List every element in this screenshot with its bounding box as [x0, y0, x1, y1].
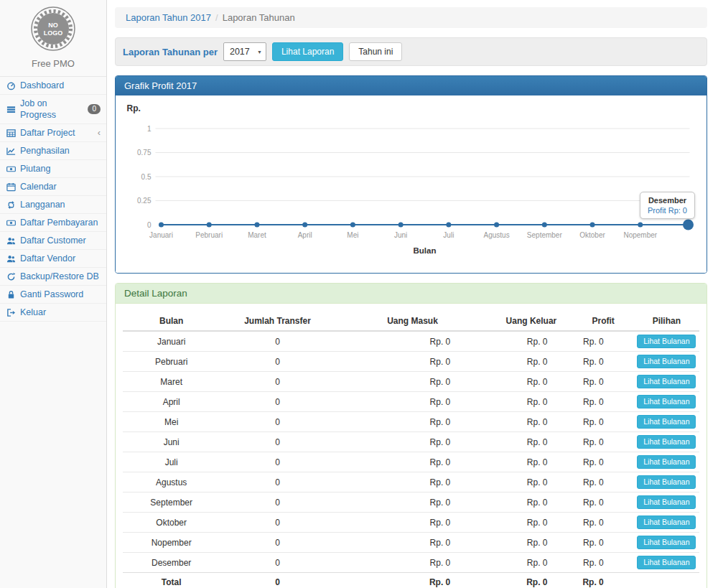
x-axis-tick-label: Mei: [347, 231, 358, 239]
cell-profit: Rp. 0: [573, 372, 634, 392]
lihat-bulanan-button-maret[interactable]: Lihat Bulanan: [637, 375, 696, 388]
lihat-bulanan-button-agustus[interactable]: Lihat Bulanan: [637, 475, 696, 489]
cell-bulan: Juli: [123, 452, 220, 472]
cell-pilihan: Lihat Bulanan: [634, 331, 699, 352]
chart-point-nopember[interactable]: [638, 223, 643, 228]
sidebar-item-label: Penghasilan: [20, 145, 70, 157]
cell-profit: Rp. 0: [573, 472, 634, 493]
total-uang-keluar: Rp. 0: [490, 573, 572, 588]
chart-tooltip: Desember Profit Rp: 0: [640, 192, 695, 219]
tahun-ini-button[interactable]: Tahun ini: [349, 42, 402, 61]
tooltip-month: Desember: [648, 196, 687, 205]
cell-jumlah-transfer: 0: [220, 372, 335, 392]
lock-icon: [6, 290, 16, 299]
table-row-januari: Januari0Rp. 0Rp. 0Rp. 0Lihat Bulanan: [123, 331, 699, 352]
cell-bulan: Januari: [123, 331, 220, 352]
chart-point-agustus[interactable]: [494, 223, 499, 228]
lihat-bulanan-button-pebruari[interactable]: Lihat Bulanan: [637, 355, 696, 368]
table-row-juni: Juni0Rp. 0Rp. 0Rp. 0Lihat Bulanan: [123, 432, 699, 452]
chart-point-januari[interactable]: [159, 223, 164, 228]
brand-block: NO LOGO Free PMO: [0, 0, 106, 77]
lihat-bulanan-button-september[interactable]: Lihat Bulanan: [637, 495, 696, 509]
chart-point-april[interactable]: [302, 223, 307, 228]
cell-jumlah-transfer: 0: [220, 452, 335, 472]
cell-uang-masuk: Rp. 0: [335, 331, 490, 352]
lihat-bulanan-button-mei[interactable]: Lihat Bulanan: [637, 415, 696, 429]
retweet-icon: [6, 200, 16, 210]
sidebar-item-label: Daftar Customer: [20, 235, 86, 246]
cell-bulan: Oktober: [123, 513, 220, 533]
cell-pilihan: Lihat Bulanan: [634, 392, 699, 412]
detail-panel-title: Detail Laporan: [116, 284, 707, 304]
chart-point-maret[interactable]: [254, 223, 259, 228]
cell-uang-keluar: Rp. 0: [490, 553, 572, 573]
brand-name: Free PMO: [0, 58, 106, 69]
cell-pilihan: Lihat Bulanan: [634, 372, 699, 392]
table-icon: [6, 129, 16, 138]
chevron-left-icon: ‹: [98, 129, 101, 137]
cell-bulan: Agustus: [123, 472, 220, 493]
x-axis-tick-label: Maret: [248, 231, 266, 239]
lihat-bulanan-button-januari[interactable]: Lihat Bulanan: [637, 335, 696, 348]
col-header-uang-keluar: Uang Keluar: [490, 312, 572, 331]
sidebar-item-label: Daftar Vendor: [20, 253, 75, 264]
cell-jumlah-transfer: 0: [220, 432, 335, 452]
sidebar-item-job-on-progress[interactable]: Job on Progress0: [0, 95, 106, 124]
sidebar-item-piutang[interactable]: Piutang: [0, 160, 106, 178]
cell-jumlah-transfer: 0: [220, 513, 335, 533]
table-row-juli: Juli0Rp. 0Rp. 0Rp. 0Lihat Bulanan: [123, 452, 699, 472]
cell-jumlah-transfer: 0: [220, 331, 335, 352]
cell-uang-masuk: Rp. 0: [335, 352, 490, 372]
chart-point-mei[interactable]: [350, 223, 355, 228]
sidebar-item-daftar-customer[interactable]: Daftar Customer: [0, 232, 106, 250]
cell-uang-masuk: Rp. 0: [335, 372, 490, 392]
sidebar-item-keluar[interactable]: Keluar: [0, 304, 106, 322]
total-jumlah-transfer: 0: [220, 573, 335, 588]
cell-uang-masuk: Rp. 0: [335, 472, 490, 493]
cell-pilihan: Lihat Bulanan: [634, 513, 699, 533]
lihat-bulanan-button-desember[interactable]: Lihat Bulanan: [637, 556, 696, 569]
chart-point-juni[interactable]: [398, 223, 404, 228]
breadcrumb-link-laporan-tahun[interactable]: Laporan Tahun 2017: [126, 12, 211, 23]
x-axis-tick-label: Juli: [443, 231, 454, 239]
cell-profit: Rp. 0: [573, 493, 634, 513]
col-header-uang-masuk: Uang Masuk: [335, 312, 490, 331]
sidebar-item-penghasilan[interactable]: Penghasilan: [0, 142, 106, 160]
job-count-badge: 0: [88, 104, 101, 114]
sidebar-item-ganti-password[interactable]: Ganti Password: [0, 286, 106, 304]
chart-point-oktober[interactable]: [590, 223, 595, 228]
col-header-bulan: Bulan: [123, 312, 220, 331]
chart-point-desember[interactable]: [683, 220, 694, 230]
chart-point-pebruari[interactable]: [207, 223, 212, 228]
sidebar-item-dashboard[interactable]: Dashboard: [0, 77, 106, 95]
sidebar-item-label: Keluar: [20, 307, 46, 318]
chart-point-september[interactable]: [542, 223, 547, 228]
cell-bulan: Mei: [123, 412, 220, 432]
sidebar-nav: DashboardJob on Progress0Daftar Project‹…: [0, 77, 106, 322]
cell-profit: Rp. 0: [573, 412, 634, 432]
cell-uang-keluar: Rp. 0: [490, 352, 572, 372]
sidebar: NO LOGO Free PMO DashboardJob on Progres…: [0, 0, 107, 588]
chart-point-juli[interactable]: [446, 223, 451, 228]
y-axis-tick-label: 0: [147, 221, 151, 229]
lihat-bulanan-button-juli[interactable]: Lihat Bulanan: [637, 455, 696, 469]
sidebar-item-calendar[interactable]: Calendar: [0, 178, 106, 196]
lihat-laporan-button[interactable]: Lihat Laporan: [272, 42, 343, 61]
sidebar-item-daftar-pembayaran[interactable]: Daftar Pembayaran: [0, 214, 106, 232]
cell-pilihan: Lihat Bulanan: [634, 432, 699, 452]
breadcrumb: Laporan Tahun 2017/Laporan Tahunan: [115, 7, 707, 28]
sidebar-item-daftar-project[interactable]: Daftar Project‹: [0, 124, 106, 142]
lihat-bulanan-button-nopember[interactable]: Lihat Bulanan: [637, 536, 696, 549]
cell-bulan: Desember: [123, 553, 220, 573]
lihat-bulanan-button-oktober[interactable]: Lihat Bulanan: [637, 515, 696, 529]
sign-out-icon: [6, 308, 16, 317]
sidebar-item-langganan[interactable]: Langganan: [0, 196, 106, 214]
lihat-bulanan-button-april[interactable]: Lihat Bulanan: [637, 395, 696, 409]
cell-uang-masuk: Rp. 0: [335, 533, 490, 553]
x-axis-tick-label: April: [298, 231, 312, 239]
sidebar-item-daftar-vendor[interactable]: Daftar Vendor: [0, 250, 106, 268]
cell-jumlah-transfer: 0: [220, 493, 335, 513]
year-select[interactable]: 2017 ▼: [223, 42, 266, 61]
lihat-bulanan-button-juni[interactable]: Lihat Bulanan: [637, 435, 696, 449]
sidebar-item-backup-restore-db[interactable]: Backup/Restore DB: [0, 268, 106, 286]
